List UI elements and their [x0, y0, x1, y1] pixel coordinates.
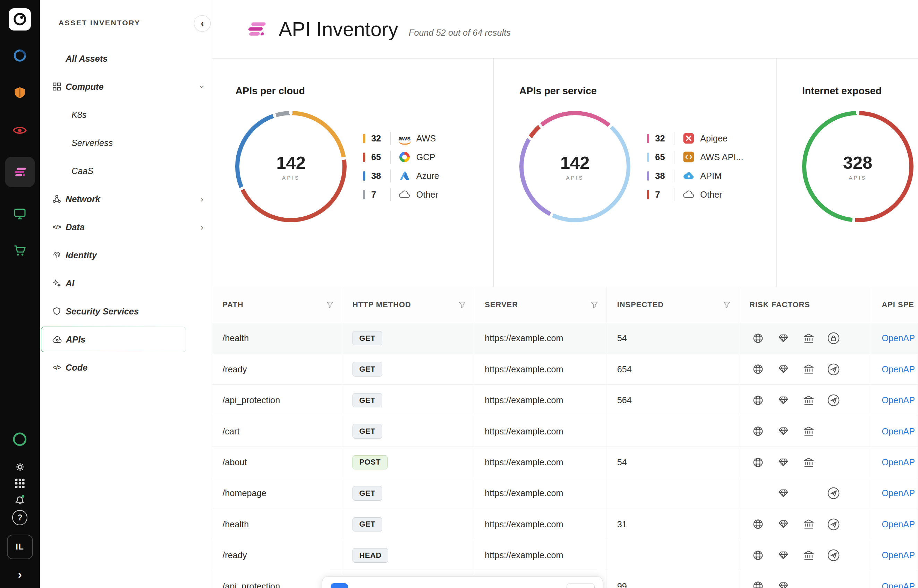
bank-icon — [802, 549, 815, 562]
legend-row-aws: 32 aws AWS — [363, 132, 439, 145]
table-row[interactable]: /about POST https://example.com 54 OpenA… — [212, 447, 918, 478]
server-cell: https://example.com — [474, 354, 606, 384]
sidebar-item-all-assets[interactable]: All Assets — [40, 45, 212, 73]
bank-icon — [802, 456, 815, 469]
legend-label: Azure — [416, 171, 439, 181]
page-button[interactable]: … — [397, 583, 415, 588]
rail-item-discovery[interactable] — [9, 44, 31, 66]
notifications-button[interactable] — [9, 491, 31, 507]
sidebar-item-serverless[interactable]: Serverless — [40, 129, 212, 157]
page-button-active[interactable]: 1 — [330, 583, 348, 588]
server-cell: https://example.com — [474, 323, 606, 354]
gem-icon — [777, 518, 790, 531]
path-cell: /health — [212, 323, 342, 354]
donut-unit: APIs — [848, 175, 866, 181]
user-avatar[interactable]: IL — [7, 535, 32, 559]
next-page-button[interactable]: › — [419, 583, 437, 588]
spec-cell: OpenAP — [871, 447, 918, 477]
method-badge: GET — [353, 393, 382, 408]
sidebar-item-ai[interactable]: AI — [40, 270, 212, 297]
table-row[interactable]: /health GET https://example.com 31 OpenA… — [212, 509, 918, 540]
aws-api-gateway-icon — [682, 151, 696, 164]
app-logo[interactable] — [9, 8, 31, 31]
donut-unit: APIs — [566, 175, 584, 181]
eye-icon — [12, 123, 28, 138]
api-spec-link[interactable]: OpenAP — [882, 395, 915, 405]
table-row[interactable]: /cart GET https://example.com OpenAP — [212, 416, 918, 447]
table-row[interactable]: /health GET https://example.com 54 OpenA… — [212, 323, 918, 354]
help-button[interactable]: ? — [9, 508, 31, 528]
last-page-button[interactable]: » — [442, 583, 459, 588]
chevron-down-icon[interactable]: › — [197, 85, 207, 88]
sidebar-item-identity[interactable]: Identity — [40, 241, 212, 270]
api-spec-link[interactable]: OpenAP — [882, 519, 915, 530]
table-row[interactable]: /api_protection GET https://example.com … — [212, 385, 918, 416]
apps-grid-button[interactable] — [9, 475, 31, 491]
legend-color-bar — [647, 153, 649, 162]
charts-row: APIs per cloud 142 APIs 32 aws AWS — [212, 58, 918, 287]
expand-rail-button[interactable]: › — [13, 565, 26, 583]
page-size-select[interactable]: ▾ — [567, 583, 595, 588]
sidebar-item-security-services[interactable]: Security Services — [40, 297, 212, 326]
chevron-right-icon[interactable]: › — [201, 194, 203, 204]
sidebar-item-caas[interactable]: CaaS — [40, 157, 212, 185]
plane-icon — [827, 394, 840, 407]
method-cell: GET — [342, 478, 474, 509]
rail-item-api-inventory[interactable] — [5, 157, 36, 187]
settings-button[interactable] — [9, 459, 31, 475]
sidebar-item-data[interactable]: </> Data › — [40, 213, 212, 241]
sidebar-item-compute[interactable]: Compute › — [40, 73, 212, 101]
page-button[interactable]: 2 — [353, 583, 371, 588]
table-row[interactable]: /ready GET https://example.com 654 OpenA… — [212, 354, 918, 385]
table-row[interactable]: /ready HEAD https://example.com OpenAP — [212, 540, 918, 571]
legend-label: AWS — [416, 134, 436, 144]
legend-color-bar — [647, 134, 649, 143]
results-count: Found 52 out of 64 results — [409, 28, 511, 38]
rail-secondary-logo[interactable] — [9, 428, 31, 451]
api-spec-link[interactable]: OpenAP — [882, 333, 915, 343]
empty-icon — [827, 456, 840, 469]
page-button[interactable]: 3 — [375, 583, 393, 588]
sidebar-item-k8s[interactable]: K8s — [40, 101, 212, 129]
sidebar-item-network[interactable]: Network › — [40, 185, 212, 213]
api-spec-link[interactable]: OpenAP — [882, 488, 915, 498]
table-row[interactable]: /homepage GET https://example.com OpenAP — [212, 478, 918, 509]
api-spec-link[interactable]: OpenAP — [882, 364, 915, 375]
sidebar-collapse-button[interactable]: ‹ — [194, 15, 210, 32]
chevron-right-icon[interactable]: › — [201, 222, 203, 232]
legend-value: 65 — [371, 152, 385, 162]
globe-icon — [752, 332, 765, 345]
legend-row-apigee: 32 Apigee — [647, 132, 743, 145]
rail-nav — [5, 44, 36, 262]
api-spec-link[interactable]: OpenAP — [882, 550, 915, 560]
rail-item-shift-left[interactable] — [9, 240, 31, 262]
filter-icon[interactable] — [591, 301, 598, 308]
rail-item-workloads[interactable] — [9, 202, 31, 225]
risk-factors-cell — [739, 323, 871, 354]
filter-icon[interactable] — [724, 301, 730, 308]
risk-factors-cell — [739, 385, 871, 415]
api-spec-link[interactable]: OpenAP — [882, 582, 915, 588]
method-badge: GET — [353, 486, 382, 501]
compute-icon — [52, 82, 62, 91]
cart-icon — [13, 244, 27, 258]
card-apis-per-cloud: APIs per cloud 142 APIs 32 aws AWS — [212, 58, 494, 287]
api-spec-link[interactable]: OpenAP — [882, 426, 915, 436]
legend-label: Other — [416, 190, 438, 200]
gem-icon — [777, 332, 790, 345]
sidebar-item-label: Identity — [66, 250, 97, 260]
asset-inventory-sidebar: ASSET INVENTORY ‹ All Assets Compute › K… — [40, 0, 212, 588]
sidebar-item-apis[interactable]: APIs — [41, 326, 186, 352]
api-spec-link[interactable]: OpenAP — [882, 457, 915, 467]
empty-icon — [827, 425, 840, 438]
empty-icon — [752, 487, 765, 499]
rail-item-visibility[interactable] — [9, 119, 31, 141]
server-cell: https://example.com — [474, 447, 606, 477]
rail-item-security[interactable] — [9, 82, 31, 104]
filter-icon[interactable] — [327, 301, 334, 308]
legend-value: 32 — [371, 134, 385, 144]
fingerprint-icon — [52, 250, 62, 259]
sidebar-item-code[interactable]: </> Code — [40, 354, 212, 382]
spec-cell: OpenAP — [871, 571, 918, 588]
filter-icon[interactable] — [459, 301, 466, 308]
